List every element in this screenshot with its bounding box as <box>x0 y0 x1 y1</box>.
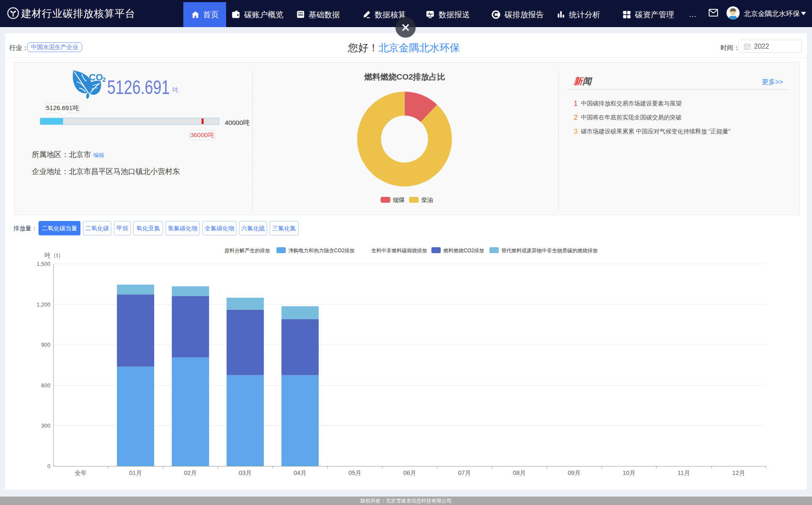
svg-text:600: 600 <box>41 382 50 389</box>
svg-text:1,500: 1,500 <box>36 261 50 267</box>
svg-text:1,200: 1,200 <box>36 301 50 308</box>
svg-text:12月: 12月 <box>732 469 745 476</box>
svg-text:02月: 02月 <box>184 469 197 476</box>
svg-text:300: 300 <box>41 422 50 429</box>
svg-text:08月: 08月 <box>513 469 526 476</box>
svg-text:0: 0 <box>47 463 50 469</box>
svg-text:06月: 06月 <box>403 469 416 476</box>
svg-text:01月: 01月 <box>129 469 142 476</box>
svg-text:04月: 04月 <box>293 469 307 476</box>
svg-text:11月: 11月 <box>677 469 690 476</box>
svg-text:全年: 全年 <box>75 469 87 476</box>
svg-text:CO: CO <box>89 72 103 83</box>
svg-text:03月: 03月 <box>239 469 252 476</box>
svg-text:05月: 05月 <box>348 469 362 476</box>
svg-text:吨（t）: 吨（t） <box>44 252 64 259</box>
svg-text:900: 900 <box>41 342 50 348</box>
svg-text:09月: 09月 <box>568 469 581 476</box>
svg-text:2: 2 <box>102 76 106 83</box>
svg-text:10月: 10月 <box>622 469 635 476</box>
svg-text:07月: 07月 <box>458 469 471 476</box>
